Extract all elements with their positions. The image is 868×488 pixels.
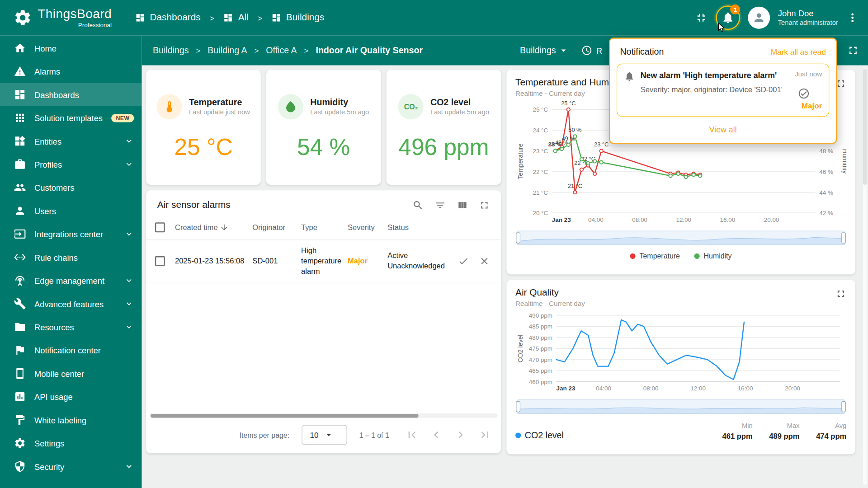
search-button[interactable]	[412, 200, 423, 211]
user-avatar[interactable]	[748, 7, 770, 29]
time-range-slider[interactable]	[516, 399, 845, 414]
range-preview	[517, 231, 845, 244]
dashboard-icon	[14, 89, 26, 101]
sidebar-item-profiles[interactable]: Profiles	[0, 153, 142, 176]
time-range-slider[interactable]	[516, 231, 845, 245]
items-per-page-select[interactable]: 10	[302, 425, 347, 445]
breadcrumb-dashboards[interactable]: Dashboards	[135, 12, 200, 23]
brand-logo[interactable]: ThingsBoard Professional	[13, 8, 112, 28]
dashboard-fullscreen-button[interactable]	[847, 44, 859, 56]
humidity-card: Humidity Last update 5m ago 54 %	[266, 70, 381, 185]
view-all-button[interactable]: View all	[610, 117, 836, 143]
clear-alarm-button[interactable]	[479, 256, 490, 267]
slider-handle-right[interactable]	[841, 232, 846, 243]
sidebar-item-home[interactable]: Home	[0, 37, 142, 60]
column-originator[interactable]: Originator	[252, 223, 301, 231]
sidebar-item-dashboards[interactable]: Dashboards	[0, 83, 142, 106]
mark-read-button[interactable]	[797, 87, 810, 99]
sidebar-item-notification-center[interactable]: Notification center	[0, 338, 142, 361]
first-page-button[interactable]	[401, 424, 423, 446]
timewindow-button[interactable]: R	[581, 45, 602, 56]
min-label: Min	[722, 422, 753, 429]
breadcrumb-office-a[interactable]: Office A	[266, 45, 297, 55]
acknowledge-alarm-button[interactable]	[458, 256, 469, 267]
alarm-row[interactable]: 2025-01-23 15:56:08 SD-001 High temperat…	[146, 239, 501, 283]
sidebar-item-integrations-center[interactable]: Integrations center	[0, 222, 142, 245]
horizontal-scrollbar[interactable]	[150, 413, 498, 418]
slider-handle-right[interactable]	[841, 401, 846, 412]
mark-all-read-link[interactable]: Mark all as read	[771, 47, 826, 56]
sidebar-item-label: Edge management	[34, 276, 104, 285]
page-scrollbar[interactable]	[863, 67, 867, 484]
svg-text:25 °C: 25 °C	[561, 101, 576, 107]
sidebar-item-security[interactable]: Security	[0, 455, 142, 478]
row-checkbox[interactable]	[155, 256, 165, 266]
more-menu-button[interactable]	[846, 11, 859, 24]
last-page-button[interactable]	[474, 424, 495, 446]
select-all-checkbox[interactable]	[155, 222, 165, 232]
chevron-down-icon	[124, 276, 134, 286]
widget-fullscreen-button[interactable]	[479, 200, 490, 211]
alarm-created-time: 2025-01-23 15:56:08	[175, 256, 252, 267]
slider-handle-left[interactable]	[516, 232, 520, 243]
brand-name: ThingsBoard	[38, 8, 112, 20]
sidebar-item-rule-chains[interactable]: Rule chains	[0, 246, 142, 269]
sidebar-item-resources[interactable]: Resources	[0, 315, 142, 338]
sidebar-item-entities[interactable]: Entities	[0, 130, 142, 153]
column-status[interactable]: Status	[387, 223, 453, 231]
legend-co2-level[interactable]: CO2 level	[515, 431, 564, 441]
sidebar-item-users[interactable]: Users	[0, 199, 142, 222]
sidebar-item-label: Customers	[34, 183, 75, 192]
svg-text:Jan 23: Jan 23	[557, 385, 576, 392]
water-drop-icon	[278, 94, 303, 119]
sidebar-item-customers[interactable]: Customers	[0, 176, 142, 199]
svg-text:12:00: 12:00	[690, 385, 706, 392]
column-created-time[interactable]: Created time	[175, 223, 252, 232]
sidebar-item-settings[interactable]: Settings	[0, 432, 142, 455]
legend-humidity[interactable]: Humidity	[694, 252, 732, 260]
breadcrumb-all[interactable]: All	[223, 12, 249, 23]
column-type[interactable]: Type	[301, 223, 348, 231]
sidebar-item-mobile-center[interactable]: Mobile center	[0, 362, 142, 385]
fullscreen-exit-icon	[695, 11, 708, 24]
column-severity[interactable]: Severity	[348, 223, 387, 231]
scrollbar-thumb[interactable]	[863, 69, 867, 185]
previous-page-button[interactable]	[426, 424, 447, 446]
page-range-label: 1 – 1 of 1	[359, 431, 389, 439]
stat-title: CO2 level	[430, 98, 489, 108]
sidebar-item-solution-templates[interactable]: Solution templates NEW	[0, 106, 142, 129]
widget-fullscreen-button[interactable]	[835, 288, 846, 299]
scrollbar-thumb[interactable]	[151, 413, 419, 418]
filter-button[interactable]	[434, 200, 445, 211]
sidebar-item-api-usage[interactable]: API usage	[0, 385, 142, 408]
columns-button[interactable]	[457, 200, 467, 211]
notification-count-badge: 1	[730, 5, 740, 14]
timewindow-label: R	[596, 46, 602, 55]
breadcrumb-buildings[interactable]: Buildings	[153, 45, 189, 55]
check-circle-icon	[797, 87, 810, 99]
top-breadcrumb: Dashboards > All > Buildings	[135, 12, 324, 23]
breadcrumb-label: Buildings	[286, 12, 324, 23]
fullscreen-exit-button[interactable]	[695, 11, 708, 24]
sidebar-item-white-labeling[interactable]: White labeling	[0, 408, 142, 432]
sidebar-item-edge-management[interactable]: Edge management	[0, 269, 142, 292]
breadcrumb-separator: >	[257, 13, 262, 23]
breadcrumb-building-a[interactable]: Building A	[208, 45, 247, 55]
legend-temperature[interactable]: Temperature	[630, 252, 680, 260]
co2-stats: Min 461 ppm Max 489 ppm Avg 474 ppm	[722, 422, 847, 441]
svg-text:04:00: 04:00	[588, 216, 604, 223]
next-page-button[interactable]	[450, 424, 472, 446]
chart-legend: Temperature Humidity	[515, 252, 846, 260]
breadcrumb-buildings-dashboard[interactable]: Buildings	[271, 12, 325, 23]
sidebar-item-advanced-features[interactable]: Advanced features	[0, 292, 142, 315]
chevron-right-icon	[454, 428, 467, 441]
sidebar-item-alarms[interactable]: Alarms	[0, 60, 142, 83]
sidebar: Home Alarms Dashboards Solution template…	[0, 35, 142, 488]
svg-text:48 %: 48 %	[819, 148, 833, 155]
entity-select[interactable]: Buildings	[520, 45, 569, 56]
notification-item[interactable]: New alarm 'High temperature alarm' Just …	[617, 64, 829, 117]
input-icon	[14, 228, 26, 240]
slider-handle-left[interactable]	[516, 401, 520, 412]
stat-title: Temperature	[189, 98, 250, 108]
humidity-value: 54 %	[297, 134, 350, 160]
